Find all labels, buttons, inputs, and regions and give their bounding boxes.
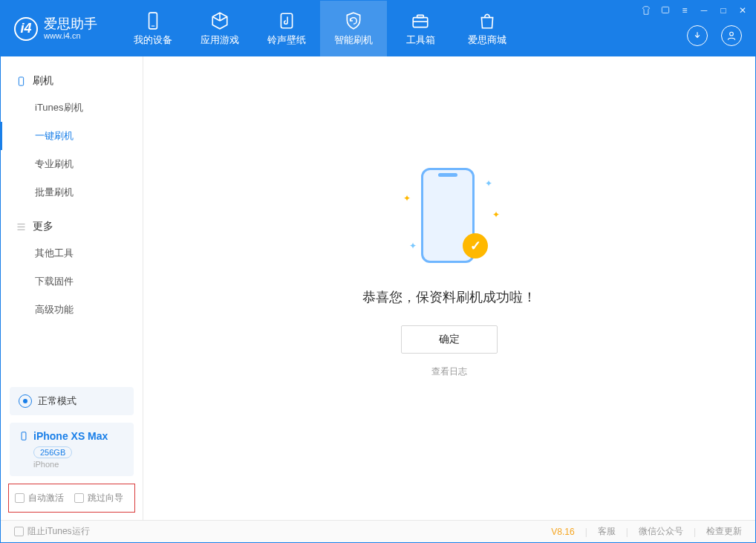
logo-icon: i4 — [14, 17, 38, 41]
nav-label: 智能刷机 — [334, 33, 373, 47]
sidebar: 刷机 iTunes刷机 一键刷机 专业刷机 批量刷机 更多 其他工具 下载固件 … — [1, 56, 143, 520]
phone-small-icon — [19, 431, 29, 441]
checkbox-icon — [14, 527, 24, 536]
sidebar-title: 更多 — [33, 220, 53, 233]
header: i4 爱思助手 www.i4.cn 我的设备 应用游戏 铃声壁纸 智能刷机 — [1, 1, 755, 56]
svg-point-7 — [730, 32, 734, 36]
nav-toolbox[interactable]: 工具箱 — [387, 1, 454, 56]
checkbox-block-itunes[interactable]: 阻止iTunes运行 — [14, 525, 90, 538]
toolbox-icon — [411, 11, 430, 30]
nav-label: 工具箱 — [406, 33, 435, 47]
confirm-button[interactable]: 确定 — [401, 325, 498, 354]
app-url: www.i4.cn — [44, 31, 97, 40]
svg-rect-3 — [413, 17, 428, 27]
nav-label: 我的设备 — [134, 33, 172, 47]
feedback-icon[interactable] — [660, 5, 671, 16]
titlebar-controls: ≡ ─ □ ✕ — [641, 5, 748, 16]
device-name: iPhone XS Max — [33, 430, 108, 442]
sidebar-title: 刷机 — [33, 74, 53, 88]
svg-rect-4 — [417, 15, 424, 17]
mode-icon — [19, 394, 32, 408]
sidebar-section-flash: 刷机 iTunes刷机 一键刷机 专业刷机 批量刷机 — [1, 68, 143, 214]
svg-rect-8 — [19, 77, 23, 85]
device-card[interactable]: iPhone XS Max 256GB iPhone — [10, 423, 134, 476]
nav-device[interactable]: 我的设备 — [120, 1, 186, 56]
sidebar-header-more: 更多 — [1, 214, 143, 239]
svg-rect-9 — [22, 432, 26, 440]
app-name: 爱思助手 — [44, 17, 97, 32]
main-content: ✓ ✦ ✦ ✦ ✦ 恭喜您，保资料刷机成功啦！ 确定 查看日志 — [143, 56, 755, 520]
bag-icon — [478, 11, 497, 30]
checkbox-label: 跳过向导 — [88, 492, 123, 504]
sidebar-item-advanced[interactable]: 高级功能 — [1, 296, 143, 324]
separator: | — [585, 527, 587, 537]
footer-link-wechat[interactable]: 微信公众号 — [639, 525, 683, 538]
list-icon — [16, 221, 27, 233]
checkbox-icon — [74, 493, 84, 503]
phone-icon — [143, 11, 163, 30]
menu-icon[interactable]: ≡ — [680, 5, 690, 16]
download-icon[interactable] — [687, 25, 708, 46]
body: 刷机 iTunes刷机 一键刷机 专业刷机 批量刷机 更多 其他工具 下载固件 … — [1, 56, 755, 520]
footer-link-update[interactable]: 检查更新 — [706, 525, 742, 538]
logo[interactable]: i4 爱思助手 www.i4.cn — [14, 17, 97, 41]
sidebar-item-pro[interactable]: 专业刷机 — [1, 150, 143, 178]
footer: 阻止iTunes运行 V8.16 | 客服 | 微信公众号 | 检查更新 — [1, 520, 755, 542]
nav-store[interactable]: 爱思商城 — [454, 1, 521, 56]
sidebar-item-firmware[interactable]: 下载固件 — [1, 267, 143, 296]
nav-flash[interactable]: 智能刷机 — [320, 1, 387, 56]
separator: | — [694, 527, 696, 537]
svg-rect-1 — [151, 25, 154, 26]
checkbox-skip-guide[interactable]: 跳过向导 — [74, 492, 123, 504]
checkbox-label: 自动激活 — [28, 492, 64, 504]
sidebar-item-batch[interactable]: 批量刷机 — [1, 178, 143, 207]
checkbox-label: 阻止iTunes运行 — [27, 525, 90, 538]
maximize-button[interactable]: □ — [718, 5, 729, 16]
version-label: V8.16 — [551, 527, 574, 537]
sidebar-item-other[interactable]: 其他工具 — [1, 239, 143, 267]
checkbox-icon — [15, 493, 25, 503]
footer-link-support[interactable]: 客服 — [598, 525, 616, 538]
music-icon — [277, 11, 296, 30]
nav-label: 爱思商城 — [468, 33, 506, 47]
sidebar-item-itunes[interactable]: iTunes刷机 — [1, 94, 143, 122]
view-log-link[interactable]: 查看日志 — [431, 365, 467, 378]
device-storage: 256GB — [33, 446, 72, 458]
minimize-button[interactable]: ─ — [699, 5, 709, 16]
device-small-icon — [16, 76, 27, 87]
nav-ringtone[interactable]: 铃声壁纸 — [253, 1, 320, 56]
footer-right: V8.16 | 客服 | 微信公众号 | 检查更新 — [551, 525, 742, 538]
svg-rect-2 — [281, 13, 292, 28]
mode-card[interactable]: 正常模式 — [10, 387, 134, 415]
spark-icon: ✦ — [485, 178, 492, 189]
separator: | — [626, 527, 628, 537]
success-message: 恭喜您，保资料刷机成功啦！ — [362, 288, 536, 306]
highlighted-checkbox-row: 自动激活 跳过向导 — [8, 484, 135, 513]
user-icon[interactable] — [721, 25, 742, 46]
success-illustration: ✓ ✦ ✦ ✦ ✦ — [390, 155, 509, 273]
spark-icon: ✦ — [403, 193, 411, 204]
svg-rect-0 — [149, 13, 157, 29]
nav-apps[interactable]: 应用游戏 — [186, 1, 253, 56]
logo-text: 爱思助手 www.i4.cn — [44, 17, 97, 41]
checkbox-auto-activate[interactable]: 自动激活 — [15, 492, 64, 504]
device-type: iPhone — [33, 460, 125, 469]
nav-tabs: 我的设备 应用游戏 铃声壁纸 智能刷机 工具箱 爱思商城 — [120, 1, 521, 56]
device-name-row: iPhone XS Max — [19, 430, 125, 442]
sidebar-header-flash: 刷机 — [1, 68, 143, 94]
check-badge-icon: ✓ — [463, 233, 488, 259]
app-window: i4 爱思助手 www.i4.cn 我的设备 应用游戏 铃声壁纸 智能刷机 — [0, 0, 756, 543]
shield-refresh-icon — [344, 11, 363, 30]
spark-icon: ✦ — [409, 241, 417, 251]
sidebar-item-oneclick[interactable]: 一键刷机 — [1, 122, 143, 150]
spark-icon: ✦ — [492, 209, 500, 220]
cube-icon — [210, 11, 229, 30]
sidebar-bottom: 正常模式 iPhone XS Max 256GB iPhone 自动激活 — [1, 387, 143, 520]
nav-label: 铃声壁纸 — [267, 33, 306, 47]
mode-label: 正常模式 — [38, 394, 76, 408]
close-button[interactable]: ✕ — [737, 5, 748, 16]
sidebar-section-more: 更多 其他工具 下载固件 高级功能 — [1, 214, 143, 331]
skin-icon[interactable] — [641, 5, 651, 16]
nav-label: 应用游戏 — [201, 33, 239, 47]
header-right-icons — [687, 25, 742, 46]
